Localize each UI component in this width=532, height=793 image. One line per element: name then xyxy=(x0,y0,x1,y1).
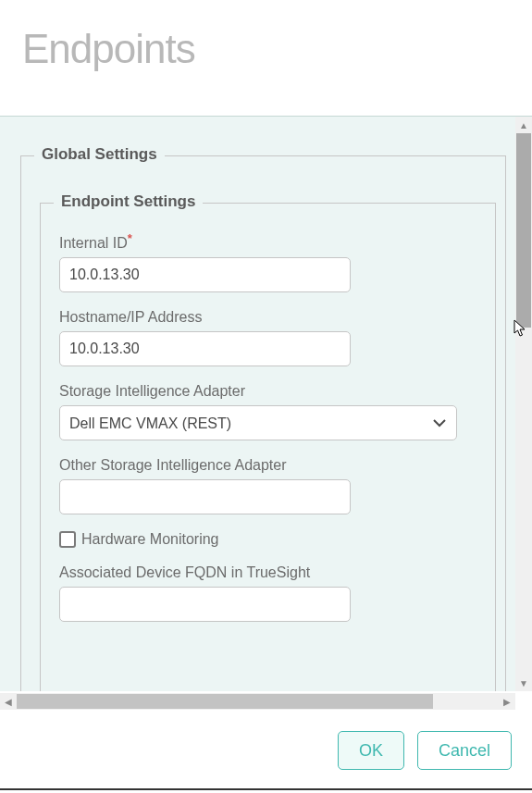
internal-id-label: Internal ID* xyxy=(59,231,476,252)
storage-adapter-row: Storage Intelligence Adapter Dell EMC VM… xyxy=(59,383,476,440)
vertical-scroll-thumb[interactable] xyxy=(516,133,531,328)
endpoint-settings-legend: Endpoint Settings xyxy=(54,192,203,211)
scroll-down-arrow-icon[interactable]: ▼ xyxy=(515,675,532,691)
global-settings-fieldset: Global Settings Endpoint Settings Intern… xyxy=(20,155,506,691)
cancel-button[interactable]: Cancel xyxy=(417,731,512,770)
hardware-monitoring-row[interactable]: Hardware Monitoring xyxy=(59,531,476,548)
associated-fqdn-row: Associated Device FQDN in TrueSight xyxy=(59,564,476,622)
hostname-row: Hostname/IP Address xyxy=(59,309,476,366)
ok-button[interactable]: OK xyxy=(338,731,404,770)
associated-fqdn-input[interactable] xyxy=(59,587,351,622)
footer-bar: OK Cancel xyxy=(0,712,532,790)
global-settings-legend: Global Settings xyxy=(34,145,165,164)
internal-id-row: Internal ID* xyxy=(59,231,476,292)
content-viewport: Global Settings Endpoint Settings Intern… xyxy=(0,116,532,691)
associated-fqdn-label: Associated Device FQDN in TrueSight xyxy=(59,564,476,581)
internal-id-input[interactable] xyxy=(59,257,351,292)
hardware-monitoring-checkbox[interactable] xyxy=(59,531,76,548)
scroll-area: Global Settings Endpoint Settings Intern… xyxy=(0,117,515,691)
internal-id-label-text: Internal ID xyxy=(59,235,128,251)
hostname-input[interactable] xyxy=(59,331,351,366)
other-adapter-label: Other Storage Intelligence Adapter xyxy=(59,457,476,474)
scroll-up-arrow-icon[interactable]: ▲ xyxy=(515,117,532,133)
hardware-monitoring-label: Hardware Monitoring xyxy=(81,531,219,548)
page-title: Endpoints xyxy=(0,0,532,98)
hostname-label: Hostname/IP Address xyxy=(59,309,476,326)
storage-adapter-label: Storage Intelligence Adapter xyxy=(59,383,476,400)
vertical-scrollbar[interactable]: ▲ ▼ xyxy=(515,117,532,691)
endpoint-settings-fieldset: Endpoint Settings Internal ID* Hostname/… xyxy=(40,203,496,691)
required-star-icon: * xyxy=(128,231,132,245)
other-adapter-row: Other Storage Intelligence Adapter xyxy=(59,457,476,514)
scroll-right-arrow-icon[interactable]: ▶ xyxy=(499,693,515,710)
scroll-left-arrow-icon[interactable]: ◀ xyxy=(0,693,17,710)
horizontal-scroll-thumb[interactable] xyxy=(17,694,433,709)
other-adapter-input[interactable] xyxy=(59,479,351,514)
storage-adapter-select[interactable]: Dell EMC VMAX (REST) xyxy=(59,405,457,440)
horizontal-scrollbar[interactable]: ◀ ▶ xyxy=(0,693,515,710)
